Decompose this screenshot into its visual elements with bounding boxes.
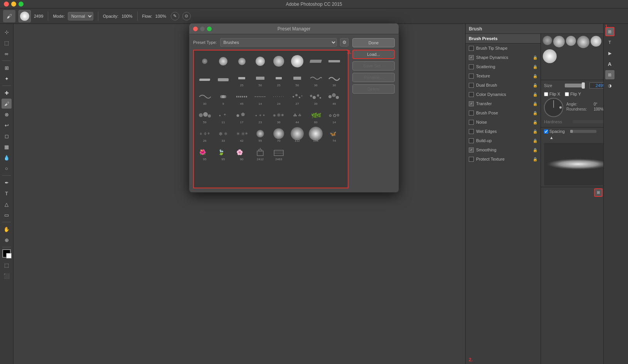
checkbox-noise[interactable] [469, 120, 474, 125]
right-icon-3[interactable]: ▶ [605, 49, 615, 58]
option-brush-tip-shape[interactable]: Brush Tip Shape [466, 44, 540, 53]
brush-item-arch-1[interactable]: 2412 [251, 144, 269, 163]
spacing-slider[interactable] [570, 130, 596, 133]
option-dual-brush[interactable]: Dual Brush 🔒 [466, 81, 540, 90]
path-tool[interactable]: △ [2, 199, 12, 209]
spacing-label-row[interactable]: Spacing [544, 129, 565, 134]
pm-close-btn[interactable] [193, 27, 198, 31]
pm-settings-btn[interactable]: ⚙ [340, 38, 349, 47]
lasso-tool[interactable]: ∞ [2, 49, 12, 59]
brush-item-39[interactable]: 134 [306, 126, 325, 144]
smoothing-icon[interactable]: ⊙ [182, 12, 191, 20]
brush-item-38[interactable]: 112 [288, 126, 306, 144]
pm-max-btn[interactable] [207, 27, 212, 31]
dodge-tool[interactable]: ○ [2, 163, 12, 173]
brush-item-14[interactable]: 50 [288, 70, 306, 89]
right-icon-5[interactable]: ⊞ [605, 70, 615, 79]
brush-item-8[interactable] [325, 52, 343, 70]
angle-dial[interactable] [544, 98, 563, 117]
checkbox-texture[interactable] [469, 74, 474, 79]
brush-item-34[interactable]: ❄ ❄ 33 [214, 126, 232, 144]
brush-tool-icon[interactable]: 🖌 [3, 10, 15, 22]
brush-item-40[interactable]: 🦋 74 [325, 126, 343, 144]
pm-done-btn[interactable]: Done [352, 38, 395, 47]
select-tool[interactable]: ⬚ [2, 38, 12, 48]
angle-handle[interactable] [559, 106, 562, 109]
brush-item-36[interactable]: 55 [251, 126, 269, 144]
brush-presets-tab[interactable]: Brush Presets [466, 34, 540, 44]
eraser-tool[interactable]: ◻ [2, 131, 12, 141]
eyedropper-tool[interactable]: ✦ [2, 74, 12, 84]
brush-item-3[interactable] [232, 52, 251, 70]
brush-item-13[interactable]: 25 [269, 70, 288, 89]
brush-item-31[interactable]: 🌿 🌿 60 [306, 107, 325, 126]
option-shape-dynamics[interactable]: ✓ Shape Dynamics 🔒 [466, 53, 540, 62]
size-slider[interactable] [565, 84, 584, 87]
flip-y-label[interactable]: Flip Y [565, 92, 581, 96]
brush-item-28[interactable]: ✶ ✶ ✶ 23 [251, 107, 269, 126]
size-slider-thumb[interactable] [582, 82, 585, 89]
brush-item-37[interactable]: 70 [269, 126, 288, 144]
option-color-dynamics[interactable]: Color Dynamics 🔒 [466, 90, 540, 99]
checkbox-scattering[interactable] [469, 64, 474, 69]
brush-item-1[interactable] [195, 52, 214, 70]
brush-item-15[interactable]: 36 [306, 70, 325, 89]
option-texture[interactable]: Texture 🔒 [466, 71, 540, 81]
brush-preset-view-icon[interactable]: ⊞ [594, 188, 603, 197]
pm-delete-btn[interactable]: Delete [352, 84, 395, 94]
option-wet-edges[interactable]: Wet Edges 🔒 [466, 127, 540, 136]
brush-item-33[interactable]: ⚘ ⚘ ⚘ 26 [195, 126, 214, 144]
brush-item-35[interactable]: ✳ ✳ ✳ 42 [232, 126, 251, 144]
brush-item-10[interactable] [214, 70, 232, 89]
pm-save-set-btn[interactable]: Save Set... [352, 61, 395, 70]
brush-item-19[interactable]: 45 [232, 89, 251, 107]
brush-item-20[interactable]: 14 [251, 89, 269, 107]
preset-thumb-6[interactable] [543, 49, 557, 63]
pm-load-btn[interactable]: Load... [352, 50, 395, 59]
spacing-checkbox[interactable] [544, 129, 548, 134]
option-protect-texture[interactable]: Protect Texture 🔒 [466, 154, 540, 164]
maximize-button[interactable] [19, 2, 24, 7]
brush-item-23[interactable]: 39 [306, 89, 325, 107]
pm-rename-btn[interactable]: Rename... [352, 73, 395, 82]
brush-item-25[interactable]: 59 [195, 107, 214, 126]
pm-min-btn[interactable] [200, 27, 205, 31]
crop-tool[interactable]: ⊞ [2, 63, 12, 73]
brush-item-43[interactable]: 🌸 90 [232, 144, 251, 163]
brush-preview-icon[interactable] [19, 10, 31, 22]
brush-item-22[interactable]: 27 [288, 89, 306, 107]
pen-tool[interactable]: ✒ [2, 178, 12, 188]
mode-select[interactable]: Normal [68, 12, 93, 20]
hand-tool[interactable]: ✋ [2, 224, 12, 234]
brush-item-17[interactable]: 30 [195, 89, 214, 107]
foreground-color[interactable] [2, 249, 11, 258]
brush-item-7[interactable] [306, 52, 325, 70]
right-icon-6[interactable]: ◑ [605, 81, 615, 90]
right-icon-2[interactable]: T [605, 38, 615, 47]
preset-thumb-4[interactable] [577, 36, 589, 48]
brush-item-21[interactable]: 24 [269, 89, 288, 107]
preset-thumb-5[interactable] [591, 36, 601, 47]
preset-thumb-1[interactable] [543, 36, 552, 45]
shape-tool[interactable]: ▭ [2, 210, 12, 220]
flip-x-label[interactable]: Flip X [544, 92, 560, 96]
option-transfer[interactable]: ✓ Transfer 🔒 [466, 99, 540, 108]
brush-item-27[interactable]: ⬟ ⬟ 17 [232, 107, 251, 126]
checkbox-shape-dynamics[interactable]: ✓ [469, 55, 474, 60]
brush-item-42[interactable]: 🍃 95 [214, 144, 232, 163]
checkbox-dual-brush[interactable] [469, 83, 474, 88]
brush-tool[interactable]: 🖌 [2, 99, 12, 109]
healing-tool[interactable]: ✚ [2, 88, 12, 98]
brush-item-5[interactable] [269, 52, 288, 70]
option-noise[interactable]: Noise 🔒 [466, 117, 540, 127]
brush-item-18[interactable]: 9 [214, 89, 232, 107]
brush-item-arch-2[interactable]: 2463 [269, 144, 288, 163]
move-tool[interactable]: ⊹ [2, 27, 12, 37]
checkbox-smoothing[interactable]: ✓ [469, 148, 474, 153]
pm-brush-grid[interactable]: 25 50 25 [193, 50, 349, 188]
checkbox-transfer[interactable]: ✓ [469, 101, 474, 106]
brush-item-11[interactable]: 25 [232, 70, 251, 89]
close-button[interactable] [4, 2, 9, 7]
airbrush-icon[interactable]: ✎ [171, 12, 179, 20]
brush-item-16[interactable]: 30 [325, 70, 343, 89]
